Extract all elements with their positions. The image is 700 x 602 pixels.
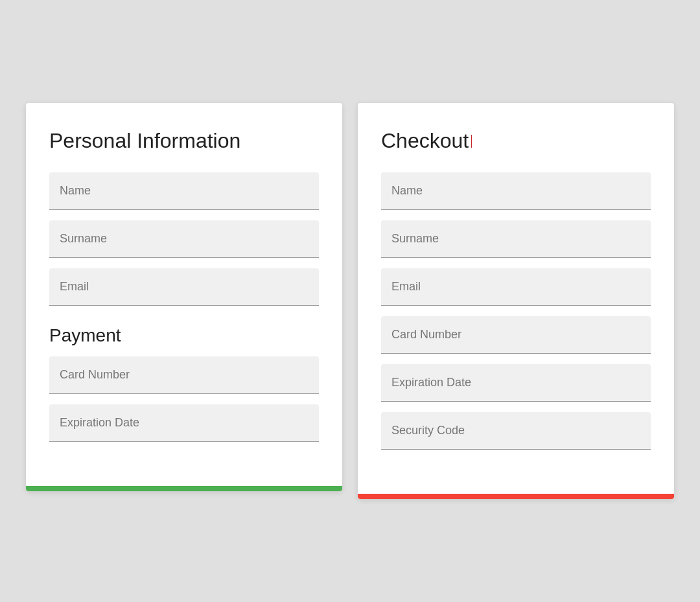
cursor-indicator <box>471 135 472 148</box>
checkout-expiration-date-input[interactable] <box>381 364 651 402</box>
right-card-bottom-bar <box>358 494 674 499</box>
email-input[interactable] <box>49 268 319 306</box>
personal-information-title: Personal Information <box>49 129 319 153</box>
page-container: Personal Information Payment Checkout <box>0 77 700 525</box>
expiration-date-input[interactable] <box>49 404 319 442</box>
checkout-card: Checkout <box>358 103 674 499</box>
card-number-input[interactable] <box>49 356 319 394</box>
checkout-header: Checkout <box>381 129 651 153</box>
left-card-bottom-bar <box>26 486 342 491</box>
personal-information-card: Personal Information Payment <box>26 103 342 491</box>
surname-input[interactable] <box>49 220 319 258</box>
checkout-security-code-input[interactable] <box>381 412 651 450</box>
checkout-email-input[interactable] <box>381 268 651 306</box>
payment-title: Payment <box>49 325 319 346</box>
checkout-surname-input[interactable] <box>381 220 651 258</box>
checkout-title: Checkout <box>381 129 469 153</box>
name-input[interactable] <box>49 172 319 210</box>
checkout-name-input[interactable] <box>381 172 651 210</box>
checkout-card-number-input[interactable] <box>381 316 651 354</box>
